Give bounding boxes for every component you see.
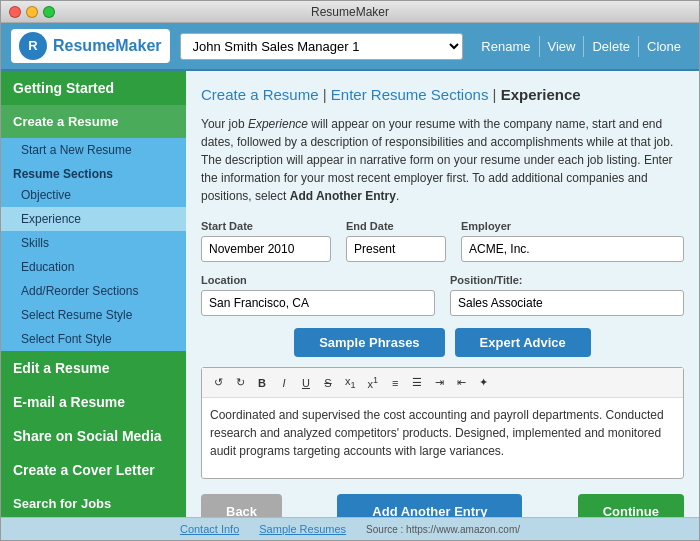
position-label: Position/Title: <box>450 274 684 286</box>
breadcrumb-current: Experience <box>501 86 581 103</box>
sidebar-item-create-cover[interactable]: Create a Cover Letter <box>1 453 186 487</box>
underline-button[interactable]: U <box>296 374 316 392</box>
rename-button[interactable]: Rename <box>473 36 538 57</box>
footer-sample-resumes[interactable]: Sample Resumes <box>259 523 346 535</box>
profile-select[interactable]: John Smith Sales Manager 1 <box>180 33 464 60</box>
location-label: Location <box>201 274 435 286</box>
sidebar-item-education[interactable]: Education <box>1 255 186 279</box>
sidebar-item-skills[interactable]: Skills <box>1 231 186 255</box>
editor-content[interactable]: Coordinated and supervised the cost acco… <box>202 398 683 478</box>
sidebar-item-share-social[interactable]: Share on Social Media <box>1 419 186 453</box>
breadcrumb-enter-sections[interactable]: Enter Resume Sections <box>331 86 489 103</box>
breadcrumb: Create a Resume | Enter Resume Sections … <box>201 86 684 103</box>
editor-area: ↺ ↻ B I U S x1 x1 ≡ ☰ ⇥ ⇤ ✦ Coordinated … <box>201 367 684 479</box>
application-window: ResumeMaker R ResumeMaker John Smith Sal… <box>0 0 700 541</box>
breadcrumb-sep1: | <box>323 86 331 103</box>
location-group: Location <box>201 274 435 316</box>
delete-button[interactable]: Delete <box>583 36 638 57</box>
strikethrough-button[interactable]: S <box>318 374 338 392</box>
employer-input[interactable] <box>461 236 684 262</box>
breadcrumb-create-resume[interactable]: Create a Resume <box>201 86 319 103</box>
sample-phrases-button[interactable]: Sample Phrases <box>294 328 444 357</box>
window-controls <box>9 6 55 18</box>
start-date-label: Start Date <box>201 220 331 232</box>
end-date-input[interactable] <box>346 236 446 262</box>
sidebar-item-create-resume[interactable]: Create a Resume <box>1 105 186 138</box>
location-input[interactable] <box>201 290 435 316</box>
top-actions: Rename View Delete Clone <box>473 36 689 57</box>
redo-button[interactable]: ↻ <box>230 373 250 392</box>
close-button[interactable] <box>9 6 21 18</box>
sidebar-item-getting-started[interactable]: Getting Started <box>1 71 186 105</box>
outdent-button[interactable]: ⇤ <box>451 373 471 392</box>
main-area: Getting Started Create a Resume Start a … <box>1 71 699 517</box>
logo-icon: R <box>19 32 47 60</box>
position-group: Position/Title: <box>450 274 684 316</box>
unordered-list-button[interactable]: ☰ <box>407 373 427 392</box>
sidebar-item-experience[interactable]: Experience <box>1 207 186 231</box>
form-row-2: Location Position/Title: <box>201 274 684 316</box>
sidebar-item-start-new-resume[interactable]: Start a New Resume <box>1 138 186 162</box>
ordered-list-button[interactable]: ≡ <box>385 374 405 392</box>
subscript-button[interactable]: x1 <box>340 372 361 393</box>
indent-button[interactable]: ⇥ <box>429 373 449 392</box>
sidebar-item-select-resume-style[interactable]: Select Resume Style <box>1 303 186 327</box>
employer-group: Employer <box>461 220 684 262</box>
back-button[interactable]: Back <box>201 494 282 517</box>
footer-contact-info[interactable]: Contact Info <box>180 523 239 535</box>
bottom-actions: Back Add Another Entry Continue <box>201 494 684 517</box>
profile-dropdown-area: John Smith Sales Manager 1 <box>180 33 464 60</box>
maximize-button[interactable] <box>43 6 55 18</box>
phrase-buttons-row: Sample Phrases Expert Advice <box>201 328 684 357</box>
sidebar-item-add-reorder[interactable]: Add/Reorder Sections <box>1 279 186 303</box>
footer-source: Source : https://www.amazon.com/ <box>366 524 520 535</box>
footer: Contact Info Sample Resumes Source : htt… <box>1 517 699 540</box>
svg-text:R: R <box>28 38 38 53</box>
bold-button[interactable]: B <box>252 374 272 392</box>
sidebar-item-edit-resume[interactable]: Edit a Resume <box>1 351 186 385</box>
content-area: Create a Resume | Enter Resume Sections … <box>186 71 699 517</box>
special-button[interactable]: ✦ <box>473 373 493 392</box>
sidebar: Getting Started Create a Resume Start a … <box>1 71 186 517</box>
title-bar: ResumeMaker <box>1 1 699 23</box>
logo-area: R ResumeMaker <box>11 29 170 63</box>
top-bar: R ResumeMaker John Smith Sales Manager 1… <box>1 23 699 71</box>
editor-toolbar: ↺ ↻ B I U S x1 x1 ≡ ☰ ⇥ ⇤ ✦ <box>202 368 683 398</box>
minimize-button[interactable] <box>26 6 38 18</box>
sidebar-item-email-resume[interactable]: E-mail a Resume <box>1 385 186 419</box>
sidebar-item-objective[interactable]: Objective <box>1 183 186 207</box>
undo-button[interactable]: ↺ <box>208 373 228 392</box>
superscript-button[interactable]: x1 <box>363 372 384 393</box>
description-text: Your job Experience will appear on your … <box>201 115 684 205</box>
logo-text: ResumeMaker <box>53 37 162 55</box>
add-another-entry-button[interactable]: Add Another Entry <box>337 494 522 517</box>
sidebar-item-search-jobs[interactable]: Search for Jobs <box>1 487 186 517</box>
view-button[interactable]: View <box>539 36 584 57</box>
end-date-group: End Date <box>346 220 446 262</box>
end-date-label: End Date <box>346 220 446 232</box>
clone-button[interactable]: Clone <box>638 36 689 57</box>
window-title: ResumeMaker <box>311 5 389 19</box>
italic-button[interactable]: I <box>274 374 294 392</box>
employer-label: Employer <box>461 220 684 232</box>
sidebar-item-select-font-style[interactable]: Select Font Style <box>1 327 186 351</box>
form-row-1: Start Date End Date Employer <box>201 220 684 262</box>
resume-sections-label: Resume Sections <box>1 162 186 183</box>
start-date-group: Start Date <box>201 220 331 262</box>
continue-button[interactable]: Continue <box>578 494 684 517</box>
expert-advice-button[interactable]: Expert Advice <box>455 328 591 357</box>
breadcrumb-sep2: | <box>493 86 501 103</box>
start-date-input[interactable] <box>201 236 331 262</box>
position-input[interactable] <box>450 290 684 316</box>
